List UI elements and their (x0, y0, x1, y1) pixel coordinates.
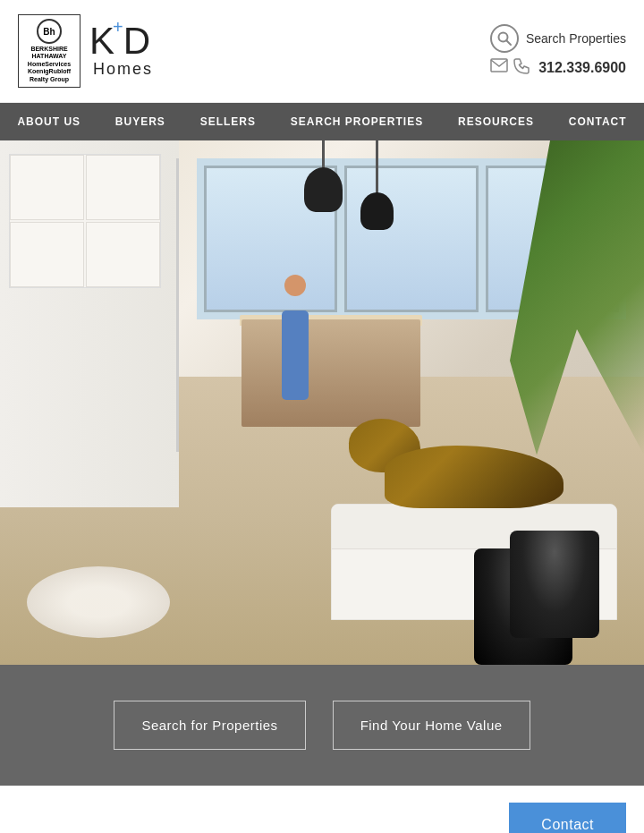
cabinet-door-3 (10, 222, 84, 287)
dog-on-sofa (349, 401, 599, 508)
nav-about-us[interactable]: ABOUT US (8, 103, 89, 140)
person-body (282, 310, 309, 400)
kd-letters: K (89, 22, 113, 60)
kd-plus-icon: + (113, 18, 123, 36)
email-icon[interactable] (490, 58, 508, 78)
phone-number[interactable]: 312.339.6900 (538, 60, 626, 76)
nav-resources[interactable]: RESOURCES (449, 103, 543, 140)
black-stool-1 (510, 531, 599, 638)
kd-homes-label: Homes (93, 60, 153, 79)
svg-rect-2 (491, 59, 507, 72)
search-properties-link[interactable]: Search Properties (490, 24, 626, 53)
bh-company-text: BERKSHIREHATHAWAYHomeServicesKoenigRublo… (28, 46, 71, 83)
contact-bar: Contact (0, 786, 644, 833)
bh-initials: Bh (43, 27, 55, 37)
search-for-properties-button[interactable]: Search for Properties (114, 701, 305, 750)
main-nav: ABOUT US BUYERS SELLERS SEARCH PROPERTIE… (0, 103, 644, 140)
fur-rug (27, 566, 170, 638)
nav-search-properties[interactable]: SEARCH PROPERTIES (282, 103, 432, 140)
site-header: Bh BERKSHIREHATHAWAYHomeServicesKoenigRu… (0, 0, 644, 103)
contact-icons (490, 58, 530, 78)
bh-circle-logo: Bh (37, 19, 62, 44)
search-properties-label: Search Properties (526, 31, 626, 46)
person-head (284, 275, 306, 296)
pendant-light-2 (376, 140, 378, 230)
nav-sellers[interactable]: SELLERS (191, 103, 265, 140)
hero-image (0, 140, 644, 665)
window-pane-2 (344, 166, 478, 312)
contact-button[interactable]: Contact (509, 803, 626, 833)
berkshire-hathaway-logo: Bh BERKSHIREHATHAWAYHomeServicesKoenigRu… (18, 14, 80, 88)
cabinet-door-1 (10, 155, 84, 220)
contact-row: 312.339.6900 (490, 58, 626, 78)
kd-d-letter: D (123, 22, 148, 60)
find-home-value-button[interactable]: Find Your Home Value (333, 701, 530, 750)
kd-logo: K + D Homes (89, 22, 153, 79)
svg-line-1 (506, 40, 511, 45)
person-figure (277, 275, 313, 400)
cta-section: Search for Properties Find Your Home Val… (0, 665, 644, 786)
hero-scene (0, 140, 644, 665)
upper-cabinets (9, 154, 161, 288)
nav-buyers[interactable]: BUYERS (106, 103, 174, 140)
cabinet-door-4 (86, 222, 160, 287)
nav-contact[interactable]: CONTACT (560, 103, 636, 140)
header-right: Search Properties 312.339.6900 (490, 24, 626, 78)
logo-area: Bh BERKSHIREHATHAWAYHomeServicesKoenigRu… (18, 14, 153, 88)
pendant-light-1 (322, 140, 325, 212)
dog-body (385, 446, 564, 508)
search-icon (490, 24, 519, 53)
phone-icon[interactable] (513, 58, 530, 78)
kitchen-cabinets-left (0, 140, 179, 507)
cabinet-door-2 (86, 155, 160, 220)
